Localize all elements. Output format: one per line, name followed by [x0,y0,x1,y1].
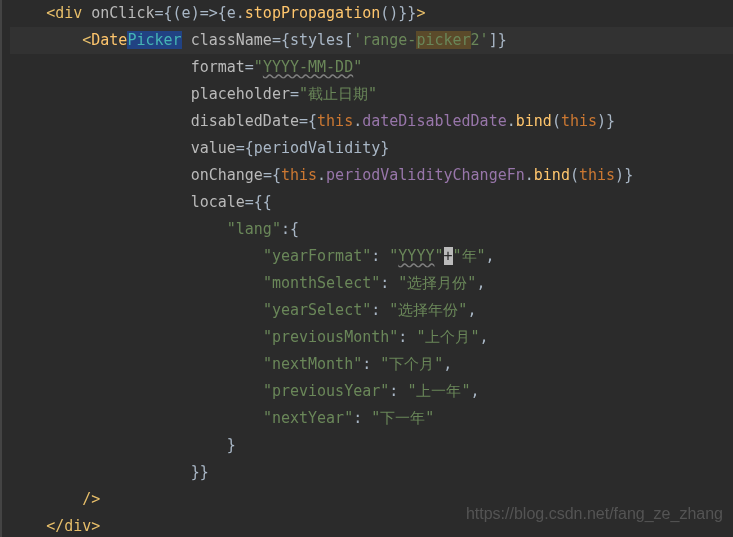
code-line: "yearFormat": "YYYY"+"年", [10,243,733,270]
watermark-text: https://blog.csdn.net/fang_ze_zhang [466,500,723,527]
code-line: "monthSelect": "选择月份", [10,270,733,297]
code-editor[interactable]: <div onClick={(e)=>{e.stopPropagation()}… [0,0,733,537]
code-line: "previousMonth": "上个月", [10,324,733,351]
code-line: "nextYear": "下一年" [10,405,733,432]
code-line: "previousYear": "上一年", [10,378,733,405]
code-line: placeholder="截止日期" [10,81,733,108]
code-line: }} [10,459,733,486]
code-line: "nextMonth": "下个月", [10,351,733,378]
code-line: "lang":{ [10,216,733,243]
text-cursor: + [444,247,453,265]
code-line: disabledDate={this.dateDisabledDate.bind… [10,108,733,135]
code-line: format="YYYY-MM-DD" [10,54,733,81]
code-line: locale={{ [10,189,733,216]
code-line: value={periodValidity} [10,135,733,162]
code-line: } [10,432,733,459]
code-line: "yearSelect": "选择年份", [10,297,733,324]
code-line: <div onClick={(e)=>{e.stopPropagation()}… [10,0,733,27]
code-line-active: <DatePicker className={styles['range-pic… [10,27,733,54]
code-line: onChange={this.periodValidityChangeFn.bi… [10,162,733,189]
